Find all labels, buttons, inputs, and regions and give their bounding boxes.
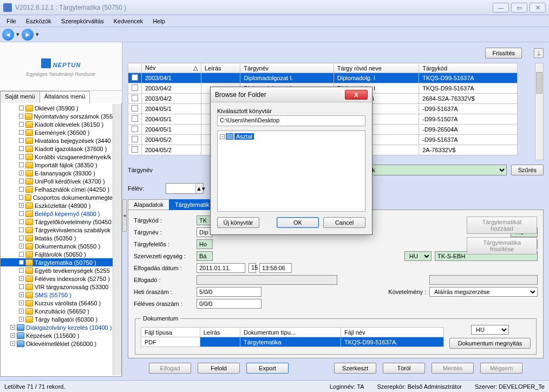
dialog-ok-button[interactable]: OK bbox=[277, 217, 319, 228]
tree-item[interactable]: Egyéb tevékenységek (5255 bbox=[1, 266, 113, 275]
tree-expander-icon[interactable] bbox=[19, 219, 24, 224]
folder-tree[interactable]: + Asztal bbox=[217, 130, 365, 212]
tree-expander-icon[interactable]: + bbox=[10, 341, 15, 346]
row-checkbox[interactable] bbox=[132, 84, 138, 91]
refresh-button[interactable]: Frissítés bbox=[485, 48, 522, 58]
window-minimize-button[interactable]: — bbox=[493, 3, 509, 12]
tree-item[interactable]: Kiadott igazolások (37600 ) bbox=[1, 145, 113, 153]
tree-expander-icon[interactable]: + bbox=[19, 203, 24, 208]
tree-expander-icon[interactable]: + bbox=[19, 171, 24, 175]
tree-item[interactable]: +Eszközleltár (48900 ) bbox=[1, 201, 113, 210]
tree-item[interactable]: +E-tananyagok (39300 ) bbox=[1, 169, 113, 177]
tree-item[interactable]: Iktatás (50350 ) bbox=[1, 234, 113, 242]
tree-item[interactable]: +Kurzus várólista (56450 ) bbox=[1, 299, 113, 307]
tree-item[interactable]: Események (36500 ) bbox=[1, 128, 113, 136]
tree-expander-icon[interactable] bbox=[19, 195, 23, 200]
tree-item[interactable]: Csoportos dokumentummegte bbox=[1, 193, 113, 201]
tree-expander-icon[interactable] bbox=[19, 138, 24, 143]
tree-item[interactable]: Tárgyelőkövetelmény (50450 bbox=[1, 218, 113, 226]
row-checkbox[interactable] bbox=[132, 105, 138, 112]
tree-expander-icon[interactable] bbox=[19, 227, 24, 232]
menu-file[interactable]: File bbox=[2, 17, 21, 25]
tree-item[interactable]: +SMS (55750 ) bbox=[1, 291, 113, 299]
row-checkbox[interactable] bbox=[132, 136, 138, 142]
tree-item[interactable]: UniPoll kérdőívek (43700 ) bbox=[1, 177, 113, 185]
tree-expander-icon[interactable] bbox=[19, 211, 24, 216]
menu-rolechange[interactable]: Szerepkörváltás bbox=[57, 17, 108, 25]
dialog-cancel-button[interactable]: Cancel bbox=[323, 217, 365, 228]
tree-item[interactable]: +Képzések (115600 ) bbox=[1, 331, 113, 339]
input-heti[interactable] bbox=[197, 287, 262, 297]
sidebar-collapse-handle[interactable]: ◄ bbox=[122, 199, 127, 232]
row-checkbox[interactable] bbox=[132, 115, 138, 122]
btn-szerkeszt[interactable]: Szerkeszt bbox=[334, 363, 376, 374]
tree-item[interactable]: +Oklevélmelléklet (266000 ) bbox=[1, 339, 113, 348]
tree-expander-icon[interactable] bbox=[19, 154, 24, 159]
tree-expander-icon[interactable]: + bbox=[10, 325, 15, 330]
tree-item[interactable]: Belépő képernyő (4800 ) bbox=[1, 210, 113, 218]
update-thematic-button[interactable]: Tárgytematika frissítése bbox=[467, 237, 537, 254]
tree-expander-icon[interactable]: + bbox=[19, 292, 24, 297]
sidebar-tab-general[interactable]: Általános menü bbox=[40, 91, 90, 103]
grid-header[interactable]: Tárgynév bbox=[240, 63, 334, 73]
tree-expander-icon[interactable] bbox=[19, 236, 24, 240]
sidebar-tab-own[interactable]: Saját menü bbox=[0, 91, 40, 103]
document-grid[interactable]: Fájl típusa Leírás Dokumentum típu... Fá… bbox=[141, 327, 444, 347]
btn-export[interactable]: Export bbox=[246, 363, 289, 374]
row-checkbox[interactable] bbox=[132, 95, 138, 101]
tree-expander-icon[interactable] bbox=[19, 106, 24, 110]
tree-scrollbar[interactable] bbox=[113, 104, 121, 375]
grid-header[interactable] bbox=[128, 63, 142, 73]
folder-node-asztal[interactable]: Asztal bbox=[234, 133, 254, 140]
doku-h0[interactable]: Fájl típusa bbox=[141, 328, 200, 337]
semester-spinner[interactable]: ▲▾ bbox=[166, 183, 204, 194]
tree-item[interactable]: VIR tárgyazonosság (53300 bbox=[1, 283, 113, 291]
doku-lang-select[interactable]: HU bbox=[471, 325, 509, 335]
menu-tools[interactable]: Eszközök bbox=[22, 17, 56, 25]
tree-item[interactable]: +Dokumentumok (50550 ) bbox=[1, 242, 113, 250]
tab-basicdata[interactable]: Alapadatok bbox=[128, 199, 169, 210]
dialog-close-button[interactable]: X bbox=[345, 90, 368, 100]
row-checkbox[interactable] bbox=[132, 74, 138, 81]
tree-expander-icon[interactable] bbox=[19, 268, 24, 273]
tree-expander-icon[interactable] bbox=[19, 252, 24, 257]
nav-back-dropdown[interactable]: ▾ bbox=[15, 31, 21, 38]
menu-help[interactable]: Help bbox=[148, 17, 169, 25]
tree-expander-icon[interactable] bbox=[19, 146, 24, 151]
input-elfogadas-time[interactable] bbox=[259, 263, 292, 273]
filter-button[interactable]: Szűrés bbox=[511, 165, 544, 175]
nav-forward-dropdown[interactable]: ▾ bbox=[35, 31, 40, 38]
window-maximize-button[interactable]: ▭ bbox=[511, 3, 527, 12]
input-feleves[interactable] bbox=[197, 299, 262, 309]
input-szervezet[interactable] bbox=[197, 251, 213, 261]
btn-mentes[interactable]: Mentés bbox=[432, 363, 474, 374]
tree-item[interactable]: Nyomtatvány sorszámok (355 bbox=[1, 112, 113, 120]
tree-item[interactable]: Hivatalos bejegyzések (3440 bbox=[1, 136, 113, 145]
tree-item[interactable]: Oklevél (35900 ) bbox=[1, 104, 113, 112]
input-targyfelelos[interactable] bbox=[197, 239, 213, 249]
tree-expander-icon[interactable] bbox=[19, 122, 24, 127]
tree-item[interactable]: Kiadott oklevelek (36150 ) bbox=[1, 120, 113, 128]
tree-item[interactable]: Korábbi vizsgaeredmények/k bbox=[1, 153, 113, 161]
doku-h2[interactable]: Dokumentum típu... bbox=[240, 328, 341, 337]
grid-scrollbar[interactable] bbox=[535, 63, 544, 160]
tree-item[interactable]: Tárgytematika (50750 ) bbox=[1, 258, 113, 266]
tree-expander-icon[interactable] bbox=[19, 284, 24, 289]
grid-header[interactable]: Tárgy rövid neve bbox=[334, 63, 419, 73]
tab-targytematik[interactable]: Tárgytematik bbox=[169, 199, 215, 210]
row-checkbox[interactable] bbox=[132, 146, 138, 153]
row-checkbox[interactable] bbox=[132, 126, 138, 132]
btn-torol[interactable]: Töröl bbox=[383, 363, 425, 374]
select-kovetelmeny[interactable]: Aláírás megszerzése bbox=[429, 287, 538, 297]
btn-megsem[interactable]: Mégsem bbox=[480, 363, 522, 374]
doku-row[interactable]: PDF Tárgytematika TKQS-D99-51637A. bbox=[141, 337, 444, 347]
tree-expander-icon[interactable] bbox=[19, 179, 24, 184]
input-elfogadas-date[interactable] bbox=[197, 263, 245, 273]
tree-item[interactable]: +Féléves indexsorok (52750 ) bbox=[1, 275, 113, 283]
tree-expander-icon[interactable]: + bbox=[19, 317, 24, 322]
btn-felold[interactable]: Felold bbox=[198, 363, 240, 374]
tree-expander-icon[interactable]: + bbox=[10, 333, 15, 338]
grid-header[interactable]: Leírás bbox=[201, 63, 240, 73]
window-close-button[interactable]: ✕ bbox=[530, 3, 546, 12]
open-document-button[interactable]: Dokumentum megnyitás bbox=[449, 338, 531, 349]
